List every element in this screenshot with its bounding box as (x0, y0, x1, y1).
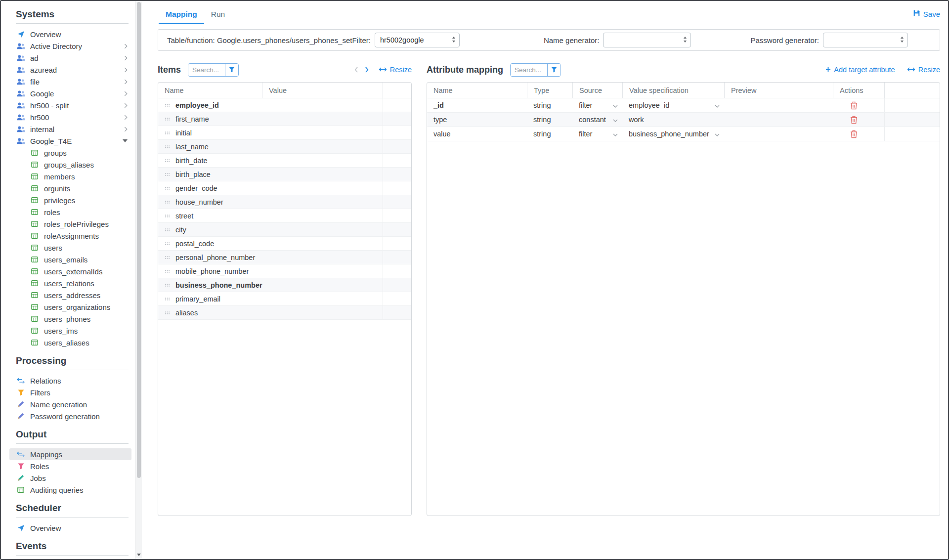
drag-handle-icon[interactable] (165, 242, 170, 246)
sidebar-item-table[interactable]: orgunits (16, 182, 135, 194)
value-specification-dropdown[interactable]: employee_id (622, 98, 724, 112)
items-search-input[interactable] (188, 64, 225, 76)
item-row[interactable]: primary_email (158, 292, 411, 306)
scrollbar-down-button[interactable] (136, 551, 142, 558)
item-row[interactable]: birth_date (158, 154, 411, 168)
items-search (188, 63, 239, 77)
sidebar-item-overview[interactable]: Overview (16, 28, 135, 40)
sidebar-item-name-generation[interactable]: Name generation (16, 398, 135, 410)
item-row[interactable]: last_name (158, 140, 411, 154)
sidebar-item-table[interactable]: users_aliases (16, 337, 135, 348)
source-dropdown[interactable]: filter (572, 98, 622, 112)
sidebar-item-system[interactable]: hr500 (16, 111, 135, 123)
sidebar-item-system[interactable]: azuread (16, 64, 135, 76)
items-next-page-button[interactable] (362, 64, 373, 75)
sidebar-item-system[interactable]: file (16, 76, 135, 87)
sidebar-item-table[interactable]: users_relations (16, 277, 135, 289)
sidebar-item-table[interactable]: groups (16, 147, 135, 159)
resize-label: Resize (918, 66, 940, 74)
add-target-attribute-button[interactable]: Add target attribute (825, 66, 895, 74)
sidebar-item-table[interactable]: roleAssignments (16, 230, 135, 242)
item-row[interactable]: city (158, 223, 411, 237)
tab-run[interactable]: Run (204, 8, 232, 24)
items-resize-button[interactable]: Resize (379, 66, 412, 74)
sidebar-item-table[interactable]: users_externalIds (16, 265, 135, 277)
item-row[interactable]: birth_place (158, 168, 411, 181)
sidebar-item-password-generation[interactable]: Password generation (16, 410, 135, 422)
source-dropdown[interactable]: constant (572, 113, 622, 127)
item-row[interactable]: initial (158, 126, 411, 140)
source-dropdown[interactable]: filter (572, 127, 622, 141)
sidebar-item-filters[interactable]: Filters (16, 387, 135, 398)
mapping-row[interactable]: value string filter business_phone_numbe… (427, 127, 940, 141)
sidebar-item-table[interactable]: users_ims (16, 325, 135, 337)
sidebar-item-table[interactable]: users_emails (16, 254, 135, 265)
delete-attribute-button[interactable] (850, 130, 858, 138)
item-row[interactable]: employee_id (158, 98, 411, 112)
drag-handle-icon[interactable] (165, 145, 170, 149)
drag-handle-icon[interactable] (165, 283, 170, 287)
drag-handle-icon[interactable] (165, 297, 170, 301)
sidebar-item-table[interactable]: roles_rolePrivileges (16, 218, 135, 230)
drag-handle-icon[interactable] (165, 311, 170, 315)
sidebar-item-system[interactable]: ad (16, 52, 135, 64)
mapping-resize-button[interactable]: Resize (907, 66, 940, 74)
sidebar-item-roles[interactable]: Roles (16, 460, 135, 472)
value-specification-dropdown[interactable]: work (622, 113, 724, 127)
sidebar-item-table[interactable]: users_phones (16, 313, 135, 325)
name-generator-select[interactable] (603, 33, 691, 47)
drag-handle-icon[interactable] (165, 103, 170, 107)
drag-handle-icon[interactable] (165, 269, 170, 273)
sidebar-item-mappings[interactable]: Mappings (9, 448, 131, 460)
drag-handle-icon[interactable] (165, 186, 170, 190)
drag-handle-icon[interactable] (165, 228, 170, 232)
item-row[interactable]: first_name (158, 112, 411, 126)
item-row[interactable]: gender_code (158, 181, 411, 195)
scrollbar-thumb[interactable] (137, 2, 141, 478)
mapping-search-input[interactable] (511, 64, 547, 76)
items-search-filter-button[interactable] (225, 64, 238, 76)
password-generator-select[interactable] (823, 33, 908, 47)
item-row[interactable]: street (158, 209, 411, 223)
sidebar-item-table[interactable]: users_addresses (16, 289, 135, 301)
tab-mapping[interactable]: Mapping (159, 8, 204, 24)
drag-handle-icon[interactable] (165, 131, 170, 135)
sidebar-item-table[interactable]: members (16, 171, 135, 182)
item-row[interactable]: house_number (158, 195, 411, 209)
sidebar-item-jobs[interactable]: Jobs (16, 472, 135, 484)
drag-handle-icon[interactable] (165, 200, 170, 204)
sidebar-item-scheduler-overview[interactable]: Overview (16, 522, 135, 534)
item-row[interactable]: business_phone_number (158, 278, 411, 292)
mapping-row[interactable]: _id string filter employee_id (427, 98, 940, 113)
sidebar-item-google-t4e[interactable]: Google_T4E (16, 135, 135, 147)
sidebar-item-table[interactable]: users_organizations (16, 301, 135, 313)
mapping-row[interactable]: type string constant work (427, 113, 940, 127)
drag-handle-icon[interactable] (165, 159, 170, 163)
save-button[interactable]: Save (913, 8, 940, 18)
item-row[interactable]: aliases (158, 306, 411, 320)
item-row[interactable]: personal_phone_number (158, 251, 411, 264)
sidebar-item-table[interactable]: privileges (16, 194, 135, 206)
sidebar-scrollbar[interactable] (135, 1, 142, 559)
sidebar-item-table[interactable]: groups_aliases (16, 159, 135, 171)
drag-handle-icon[interactable] (165, 117, 170, 121)
delete-attribute-button[interactable] (850, 116, 858, 124)
delete-attribute-button[interactable] (850, 101, 858, 110)
drag-handle-icon[interactable] (165, 214, 170, 218)
items-prev-page-button[interactable] (351, 64, 362, 75)
sidebar-item-auditing-queries[interactable]: Auditing queries (16, 484, 135, 496)
item-row[interactable]: mobile_phone_number (158, 264, 411, 278)
drag-handle-icon[interactable] (165, 172, 170, 176)
drag-handle-icon[interactable] (165, 256, 170, 259)
filter-select[interactable]: hr5002google (375, 33, 460, 47)
sidebar-item-system[interactable]: hr500 - split (16, 99, 135, 111)
mapping-search-filter-button[interactable] (547, 64, 561, 76)
value-specification-dropdown[interactable]: business_phone_number (622, 127, 724, 141)
item-row[interactable]: postal_code (158, 237, 411, 251)
sidebar-item-table[interactable]: roles (16, 206, 135, 218)
sidebar-item-system[interactable]: Google (16, 87, 135, 99)
sidebar-item-system[interactable]: Active Directory (16, 40, 135, 52)
sidebar-item-relations[interactable]: Relations (16, 375, 135, 387)
sidebar-item-table[interactable]: users (16, 242, 135, 254)
sidebar-item-system[interactable]: internal (16, 123, 135, 135)
